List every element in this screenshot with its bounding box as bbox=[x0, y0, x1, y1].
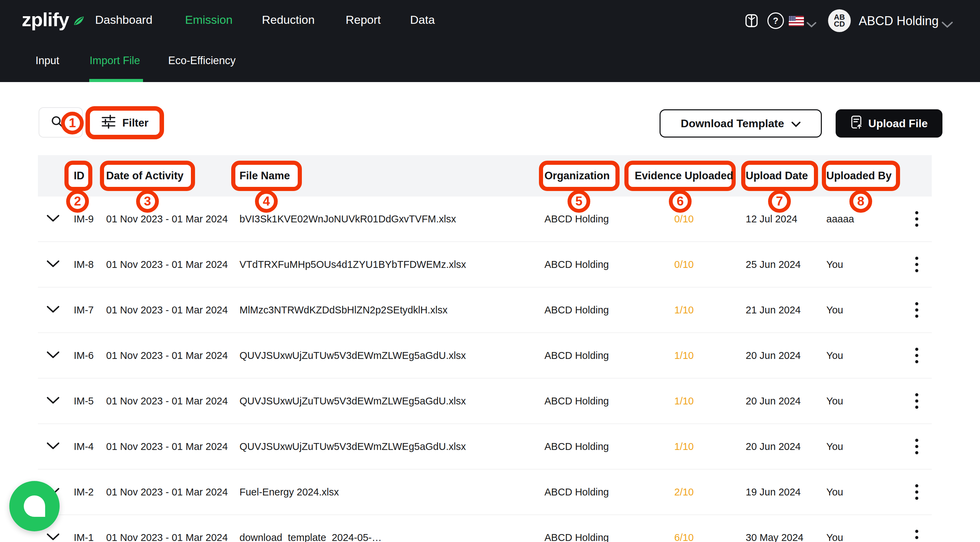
table-row: IM-701 Nov 2023 - 01 Mar 2024MlMzc3NTRWd… bbox=[38, 287, 932, 333]
row-menu-kebab-icon[interactable] bbox=[912, 344, 922, 367]
chat-launcher-button[interactable] bbox=[9, 481, 60, 531]
column-header-evidence-uploaded[interactable]: Evidence Uploaded bbox=[629, 170, 739, 182]
cell-id: IM-2 bbox=[74, 486, 94, 498]
cell-uploaded-by: You bbox=[826, 304, 843, 316]
nav-item-reduction[interactable]: Reduction bbox=[262, 13, 315, 27]
table-header-row: ID Date of Activity File Name Organizati… bbox=[38, 155, 932, 196]
cell-date-of-activity: 01 Nov 2023 - 01 Mar 2024 bbox=[106, 304, 228, 316]
cell-organization: ABCD Holding bbox=[544, 350, 609, 361]
cell-uploaded-by: aaaaa bbox=[826, 214, 854, 225]
upload-file-button[interactable]: Upload File bbox=[835, 109, 942, 137]
leaf-icon bbox=[72, 9, 85, 31]
row-menu-kebab-icon[interactable] bbox=[912, 208, 922, 230]
cell-upload-date: 20 Jun 2024 bbox=[746, 441, 801, 452]
cell-organization: ABCD Holding bbox=[544, 441, 609, 452]
account-chevron-down-icon[interactable] bbox=[942, 16, 953, 33]
row-expand-chevron-icon[interactable] bbox=[46, 441, 60, 452]
top-navigation-bar: zplify Dashboard Emission Reduction Repo… bbox=[0, 0, 980, 82]
cell-uploaded-by: You bbox=[826, 259, 843, 270]
cell-organization: ABCD Holding bbox=[544, 486, 609, 498]
nav-item-report[interactable]: Report bbox=[345, 13, 381, 27]
row-expand-chevron-icon[interactable] bbox=[46, 350, 60, 361]
column-header-uploaded-by[interactable]: Uploaded By bbox=[826, 170, 891, 182]
column-header-organization[interactable]: Organization bbox=[544, 170, 609, 182]
cell-uploaded-by: You bbox=[826, 441, 843, 452]
cell-uploaded-by: You bbox=[826, 532, 843, 542]
cell-file-name: bVI3Sk1KVE02WnJoNUVkR01DdGxvTVFM.xlsx bbox=[240, 214, 456, 225]
annotation-box-filter bbox=[86, 106, 164, 139]
cell-evidence-uploaded: 1/10 bbox=[629, 441, 739, 452]
row-expand-chevron-icon[interactable] bbox=[46, 532, 60, 542]
download-template-label: Download Template bbox=[681, 117, 784, 130]
cell-upload-date: 20 Jun 2024 bbox=[746, 395, 801, 407]
org-avatar[interactable]: AB CD bbox=[828, 9, 851, 32]
cell-evidence-uploaded: 1/10 bbox=[629, 350, 739, 361]
cell-id: IM-9 bbox=[74, 214, 94, 225]
cell-date-of-activity: 01 Nov 2023 - 01 Mar 2024 bbox=[106, 350, 228, 361]
cell-file-name: Fuel-Energy 2024.xlsx bbox=[240, 486, 339, 498]
cell-date-of-activity: 01 Nov 2023 - 01 Mar 2024 bbox=[106, 532, 228, 542]
table-row: IM-801 Nov 2023 - 01 Mar 2024VTdTRXFuMHp… bbox=[38, 242, 932, 287]
row-menu-kebab-icon[interactable] bbox=[912, 253, 922, 276]
row-expand-chevron-icon[interactable] bbox=[46, 259, 60, 270]
nav-item-data[interactable]: Data bbox=[410, 13, 435, 27]
row-menu-kebab-icon[interactable] bbox=[912, 299, 922, 321]
row-menu-kebab-icon[interactable] bbox=[912, 481, 922, 504]
org-name[interactable]: ABCD Holding bbox=[859, 14, 939, 28]
documentation-book-icon[interactable] bbox=[743, 13, 760, 29]
row-menu-kebab-icon[interactable] bbox=[912, 390, 922, 412]
annotation-circle-6: 6 bbox=[669, 190, 692, 213]
column-header-id[interactable]: ID bbox=[74, 170, 84, 182]
cell-organization: ABCD Holding bbox=[544, 304, 609, 316]
cell-file-name: VTdTRXFuMHp5OUs4d1ZYU1BYbTFDWEMz.xlsx bbox=[240, 259, 466, 270]
cell-organization: ABCD Holding bbox=[544, 259, 609, 270]
tab-import-file[interactable]: Import File bbox=[89, 54, 140, 67]
annotation-circle-3: 3 bbox=[136, 190, 159, 213]
chat-bubble-icon bbox=[24, 496, 45, 517]
nav-item-dashboard[interactable]: Dashboard bbox=[95, 13, 152, 27]
column-header-date-of-activity[interactable]: Date of Activity bbox=[106, 170, 184, 182]
cell-file-name: download_template_2024-05-… bbox=[240, 532, 382, 542]
cell-file-name: QUVJSUxwUjZuTUw5V3dEWmZLWEg5aGdU.xlsx bbox=[240, 350, 466, 361]
cell-id: IM-8 bbox=[74, 259, 94, 270]
upload-file-label: Upload File bbox=[869, 117, 928, 130]
column-header-file-name[interactable]: File Name bbox=[240, 170, 290, 182]
cell-upload-date: 20 Jun 2024 bbox=[746, 350, 801, 361]
annotation-circle-8: 8 bbox=[850, 190, 872, 213]
cell-date-of-activity: 01 Nov 2023 - 01 Mar 2024 bbox=[106, 486, 228, 498]
cell-organization: ABCD Holding bbox=[544, 214, 609, 225]
row-menu-kebab-icon[interactable] bbox=[912, 435, 922, 458]
row-menu-kebab-icon[interactable] bbox=[912, 526, 922, 542]
cell-file-name: QUVJSUxwUjZuTUw5V3dEWmZLWEg5aGdU.xlsx bbox=[240, 395, 466, 407]
download-template-button[interactable]: Download Template bbox=[660, 109, 822, 137]
download-template-chevron-icon bbox=[792, 117, 800, 130]
cell-upload-date: 21 Jun 2024 bbox=[746, 304, 801, 316]
cell-evidence-uploaded: 1/10 bbox=[629, 304, 739, 316]
cell-date-of-activity: 01 Nov 2023 - 01 Mar 2024 bbox=[106, 395, 228, 407]
cell-evidence-uploaded: 0/10 bbox=[629, 259, 739, 270]
brand-logo[interactable]: zplify bbox=[22, 8, 69, 31]
nav-item-emission[interactable]: Emission bbox=[185, 13, 232, 27]
row-expand-chevron-icon[interactable] bbox=[46, 395, 60, 407]
cell-id: IM-6 bbox=[74, 350, 94, 361]
column-header-upload-date[interactable]: Upload Date bbox=[746, 170, 808, 182]
row-expand-chevron-icon[interactable] bbox=[46, 304, 60, 316]
table-row: IM-601 Nov 2023 - 01 Mar 2024QUVJSUxwUjZ… bbox=[38, 333, 932, 379]
table-row: IM-201 Nov 2023 - 01 Mar 2024Fuel-Energy… bbox=[38, 470, 932, 515]
cell-uploaded-by: You bbox=[826, 350, 843, 361]
upload-file-icon bbox=[850, 115, 862, 132]
cell-id: IM-1 bbox=[74, 532, 94, 542]
language-chevron-down-icon[interactable] bbox=[806, 16, 817, 33]
table-row: IM-901 Nov 2023 - 01 Mar 2024bVI3Sk1KVE0… bbox=[38, 196, 932, 242]
cell-id: IM-4 bbox=[74, 441, 94, 452]
language-flag-us-icon[interactable] bbox=[789, 16, 804, 26]
help-icon[interactable]: ? bbox=[767, 13, 784, 29]
tab-eco-efficiency[interactable]: Eco-Efficiency bbox=[168, 54, 236, 67]
annotation-circle-5: 5 bbox=[568, 190, 590, 213]
row-expand-chevron-icon[interactable] bbox=[46, 214, 60, 225]
cell-evidence-uploaded: 1/10 bbox=[629, 395, 739, 407]
tab-input[interactable]: Input bbox=[35, 54, 59, 67]
app-root: zplify Dashboard Emission Reduction Repo… bbox=[0, 0, 980, 542]
cell-evidence-uploaded: 6/10 bbox=[629, 532, 739, 542]
cell-uploaded-by: You bbox=[826, 395, 843, 407]
